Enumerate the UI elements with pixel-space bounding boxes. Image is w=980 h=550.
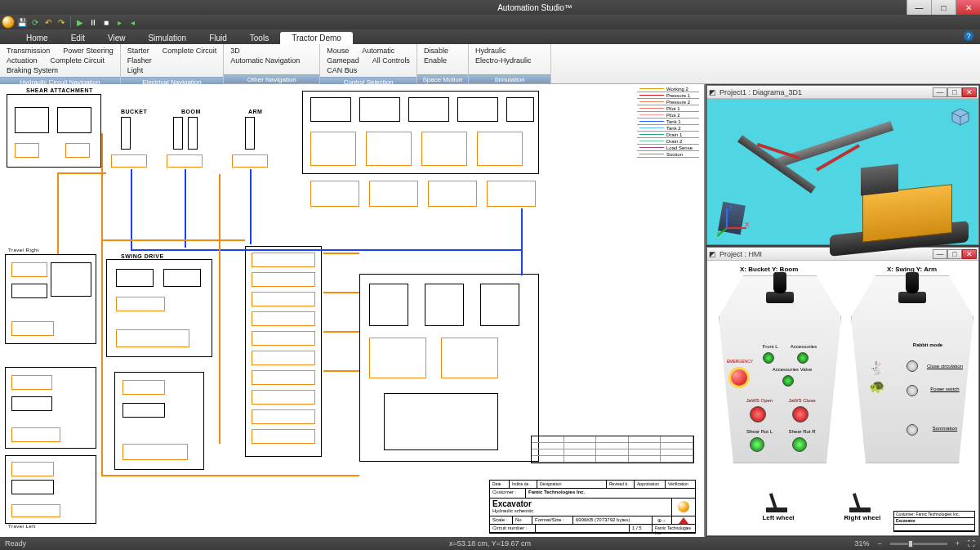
ribbon-command[interactable]: Complete Circuit — [44, 56, 112, 65]
ribbon-command[interactable]: Mouse — [320, 46, 355, 56]
panel-3d-close-button[interactable]: ✕ — [962, 87, 977, 97]
ribbon-command[interactable]: Power Steering — [56, 46, 120, 56]
ribbon-command[interactable]: Flasher — [121, 56, 158, 65]
left-wheel-lever[interactable] — [764, 490, 789, 514]
ribbon-command[interactable]: Hydraulic — [469, 46, 513, 56]
front-l-button[interactable] — [763, 352, 774, 364]
legend-row: Drain 2 — [637, 138, 699, 145]
ribbon-command[interactable]: 3D — [224, 46, 247, 56]
ribbon-command — [482, 65, 495, 67]
app-orb-icon[interactable] — [2, 16, 15, 29]
ribbon-group-label: Space Motion — [417, 74, 468, 83]
pause-icon[interactable]: ⏸ — [87, 16, 99, 28]
ribbon-command[interactable]: All Controls — [366, 56, 416, 65]
tab-simulation[interactable]: Simulation — [136, 32, 198, 44]
legend: Working 2Pressure 1Pressure 2Pilot 1Pilo… — [637, 86, 699, 158]
ribbon-group: MouseAutomaticGamepadAll ControlsCAN Bus… — [320, 44, 417, 83]
ribbon-command[interactable]: Complete Circuit — [156, 46, 224, 56]
ribbon-command[interactable]: Transmission — [0, 46, 56, 56]
rabbit-icon: 🐇 — [869, 360, 885, 372]
tab-view[interactable]: View — [96, 32, 137, 44]
ribbon-content: TransmissionPower SteeringActuationCompl… — [0, 44, 980, 84]
hmi-canvas[interactable]: X: Bucket Y: Boom X: Swing Y: Arm EMERGE… — [707, 261, 978, 535]
status-zoom-value: 31% — [854, 539, 869, 548]
tab-fluid[interactable]: Fluid — [198, 32, 238, 44]
left-joystick-label: X: Bucket Y: Boom — [740, 266, 798, 273]
ribbon-command — [469, 65, 482, 67]
jaws-close-button[interactable] — [792, 406, 808, 423]
ribbon-command[interactable]: Starter — [121, 46, 156, 56]
tab-tools[interactable]: Tools — [238, 32, 280, 44]
ribbon-command[interactable]: Disable — [417, 46, 455, 56]
tab-edit[interactable]: Edit — [60, 32, 96, 44]
ribbon-command[interactable]: Automatic — [355, 46, 401, 56]
status-ready: Ready — [5, 539, 26, 548]
undo-icon[interactable]: ↶ — [42, 16, 54, 28]
ribbon-command — [537, 56, 550, 65]
panel-hmi-min-button[interactable]: — — [933, 249, 947, 259]
excavator-stick — [737, 135, 816, 193]
panel-icon: ◩ — [709, 250, 716, 258]
logo-icon — [678, 501, 689, 512]
ribbon-command — [455, 46, 468, 56]
panel-hmi-close-button[interactable]: ✕ — [962, 249, 977, 259]
save-icon[interactable]: 💾 — [16, 16, 28, 28]
ribbon-group: DisableEnableSpace Motion — [417, 44, 469, 83]
svg-text:Y: Y — [717, 230, 722, 238]
drawing-title-block: Date Indice de . Désignation Revised b. … — [489, 480, 696, 534]
panel-hmi-max-button[interactable]: □ — [947, 249, 962, 259]
shear-rot-l-button[interactable] — [750, 437, 764, 452]
panel-3d-min-button[interactable]: — — [933, 87, 947, 97]
window-maximize-button[interactable]: □ — [931, 0, 956, 15]
play-icon[interactable]: ▶ — [74, 16, 86, 28]
data-table — [531, 436, 694, 463]
ribbon-command[interactable]: Gamepad — [320, 56, 366, 65]
zoom-out-icon[interactable]: − — [877, 539, 881, 548]
ribbon-command[interactable]: Enable — [417, 56, 453, 65]
ribbon-group-label: Simulation — [469, 74, 551, 83]
hydraulic-schematic-canvas[interactable]: SHEAR ATTACHMENT BUCKET BOOM ARM SWING D… — [0, 84, 706, 537]
ribbon-command[interactable]: Actuation — [0, 56, 44, 65]
help-icon[interactable]: ? — [964, 31, 973, 41]
ribbon-group: 3DAutomatic NavigationOther Navigation — [224, 44, 320, 83]
right-joystick[interactable] — [906, 272, 919, 293]
acc-valve-button[interactable] — [782, 375, 794, 387]
svg-text:Z: Z — [728, 204, 733, 212]
right-wheel-lever[interactable] — [848, 490, 872, 514]
stop-icon[interactable]: ■ — [100, 16, 112, 28]
fit-icon[interactable]: ⛶ — [968, 539, 975, 548]
zoom-in-icon[interactable]: + — [956, 539, 960, 548]
window-close-button[interactable]: ✕ — [956, 0, 980, 15]
emergency-stop-button[interactable] — [728, 367, 750, 388]
ribbon-command[interactable]: Automatic Navigation — [224, 56, 306, 65]
window-title: Automation Studio™ — [163, 3, 906, 12]
step-icon[interactable]: ▸ — [114, 16, 125, 28]
redo-icon[interactable]: ↷ — [56, 16, 67, 28]
ribbon-command[interactable]: Light — [121, 65, 150, 75]
refresh-icon[interactable]: ⟳ — [29, 16, 41, 28]
legend-row: Suction — [637, 151, 699, 158]
viewport-axis-gizmo: Z X Y — [717, 203, 751, 238]
label-travel-right: Travel Right — [8, 248, 39, 253]
ribbon-command[interactable]: Braking System — [0, 65, 65, 75]
window-minimize-button[interactable]: — — [906, 0, 931, 15]
tab-home[interactable]: Home — [15, 32, 60, 44]
legend-row: Tank 2 — [637, 125, 699, 132]
slow-icon[interactable]: ◂ — [127, 16, 138, 28]
viewcube-icon[interactable] — [951, 107, 970, 127]
ribbon-command — [65, 65, 78, 75]
label-swing: SWING DRIVE — [121, 253, 164, 259]
work-area: SHEAR ATTACHMENT BUCKET BOOM ARM SWING D… — [0, 84, 980, 537]
ribbon-command[interactable]: Electro-Hydraulic — [469, 56, 538, 65]
shear-rot-r-button[interactable] — [792, 437, 807, 452]
3d-viewport[interactable]: Z X Y — [707, 99, 978, 244]
accessories-button[interactable] — [797, 352, 808, 364]
ribbon-command — [237, 65, 250, 67]
ribbon-command — [149, 65, 163, 75]
tab-tractor-demo[interactable]: Tractor Demo — [280, 32, 353, 44]
panel-3d-max-button[interactable]: □ — [947, 87, 962, 97]
ribbon-command[interactable]: CAN Bus — [320, 65, 363, 75]
jaws-open-button[interactable] — [750, 406, 766, 423]
left-joystick[interactable] — [773, 272, 786, 293]
zoom-slider[interactable] — [890, 543, 947, 545]
